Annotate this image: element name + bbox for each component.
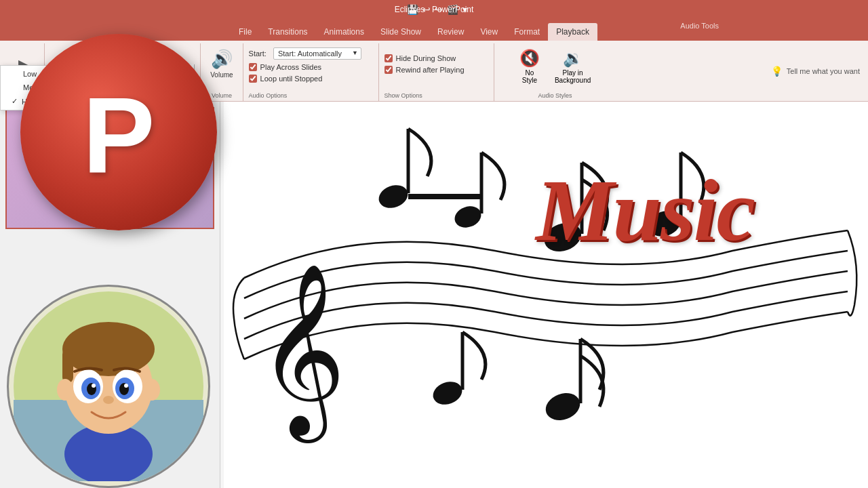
play-across-row: Play Across Slides — [249, 63, 373, 71]
volume-icon: 🔊 — [211, 49, 233, 70]
start-label: Start: — [249, 49, 267, 58]
svg-text:𝄞: 𝄞 — [258, 266, 346, 444]
tab-slideshow[interactable]: Slide Show — [372, 23, 429, 41]
note-group-5 — [430, 332, 486, 409]
svg-rect-20 — [62, 349, 73, 383]
play-background-button[interactable]: 🔉 Play inBackground — [549, 46, 596, 87]
group-audio-styles: 🔇 NoStyle 🔉 Play inBackground Audio Styl… — [494, 43, 616, 101]
title-bar: 💾 ↩ ↪ 🎬 ▾ Eclipses - PowerPoint — [0, 0, 868, 19]
start-value: Start: Automatically — [278, 49, 342, 58]
group-audio-options: Start: Start: Automatically ▼ Play Acros… — [243, 43, 379, 101]
treble-clef: 𝄞 — [258, 266, 346, 444]
audio-tools-label: Audio Tools — [680, 22, 719, 30]
no-style-button[interactable]: 🔇 NoStyle — [514, 46, 545, 87]
start-row: Start: Start: Automatically ▼ — [249, 47, 373, 60]
volume-controls: 🔊 Volume — [206, 43, 237, 81]
svg-point-27 — [92, 384, 96, 388]
note-group-2 — [452, 152, 505, 231]
loop-until-row: Loop until Stopped — [249, 75, 373, 83]
play-across-checkbox[interactable] — [249, 63, 257, 71]
note-group-6 — [542, 339, 604, 425]
tab-view[interactable]: View — [472, 23, 506, 41]
hide-during-checkbox[interactable] — [384, 54, 393, 62]
volume-group-label: Volume — [212, 92, 232, 101]
tab-file[interactable]: File — [231, 23, 260, 41]
tab-playback[interactable]: Playback — [548, 23, 597, 41]
powerpoint-logo: P — [20, 34, 217, 230]
tab-format[interactable]: Format — [506, 23, 548, 41]
rewind-label: Rewind after Playing — [396, 66, 465, 74]
svg-point-31 — [144, 379, 160, 401]
svg-point-29 — [103, 396, 114, 404]
rewind-row: Rewind after Playing — [384, 66, 488, 74]
hide-during-label: Hide During Show — [396, 54, 456, 62]
tab-animations[interactable]: Animations — [316, 23, 372, 41]
svg-point-19 — [62, 322, 155, 376]
svg-point-9 — [430, 378, 465, 408]
no-style-label: NoStyle — [522, 69, 537, 84]
svg-point-28 — [124, 384, 128, 388]
svg-point-1 — [376, 181, 411, 211]
audio-style-buttons: 🔇 NoStyle 🔉 Play inBackground — [514, 43, 596, 87]
tab-review[interactable]: Review — [429, 23, 472, 41]
music-area: 𝄞 — [224, 61, 868, 488]
tell-me-text: Tell me what you want — [787, 67, 860, 75]
avatar-circle — [7, 285, 210, 488]
play-bg-icon: 🔉 — [563, 49, 583, 68]
svg-point-11 — [542, 388, 584, 424]
tab-transitions[interactable]: Transitions — [260, 23, 315, 41]
audio-options-label: Audio Options — [249, 92, 288, 101]
note-group-1 — [376, 129, 431, 212]
avatar-svg — [14, 291, 203, 481]
start-dropdown[interactable]: Start: Automatically ▼ — [273, 47, 361, 60]
pp-letter: P — [83, 81, 155, 190]
volume-button[interactable]: 🔊 Volume — [206, 46, 237, 81]
hide-during-row: Hide During Show — [384, 54, 488, 62]
audio-options-controls: Start: Start: Automatically ▼ Play Acros… — [249, 47, 373, 83]
play-across-label: Play Across Slides — [260, 63, 321, 71]
show-options-label: Show Options — [384, 92, 422, 101]
window-title: Eclipses - PowerPoint — [395, 5, 474, 14]
music-notes-svg: 𝄞 — [224, 61, 868, 488]
music-title: Music — [536, 159, 754, 261]
svg-point-3 — [452, 203, 484, 231]
loop-until-label: Loop until Stopped — [260, 75, 323, 83]
group-show-options: Hide During Show Rewind after Playing Sh… — [379, 43, 494, 101]
no-style-icon: 🔇 — [519, 49, 540, 68]
lightbulb-icon: 💡 — [771, 66, 783, 77]
svg-point-30 — [57, 379, 73, 401]
dropdown-arrow: ▼ — [352, 49, 358, 56]
rewind-checkbox[interactable] — [384, 66, 393, 74]
tell-me-bar[interactable]: 💡 Tell me what you want — [763, 41, 868, 101]
volume-label: Volume — [210, 71, 233, 79]
loop-until-checkbox[interactable] — [249, 75, 257, 83]
audio-styles-label: Audio Styles — [538, 92, 572, 101]
show-options-controls: Hide During Show Rewind after Playing — [384, 54, 488, 74]
play-bg-label: Play inBackground — [555, 69, 591, 84]
